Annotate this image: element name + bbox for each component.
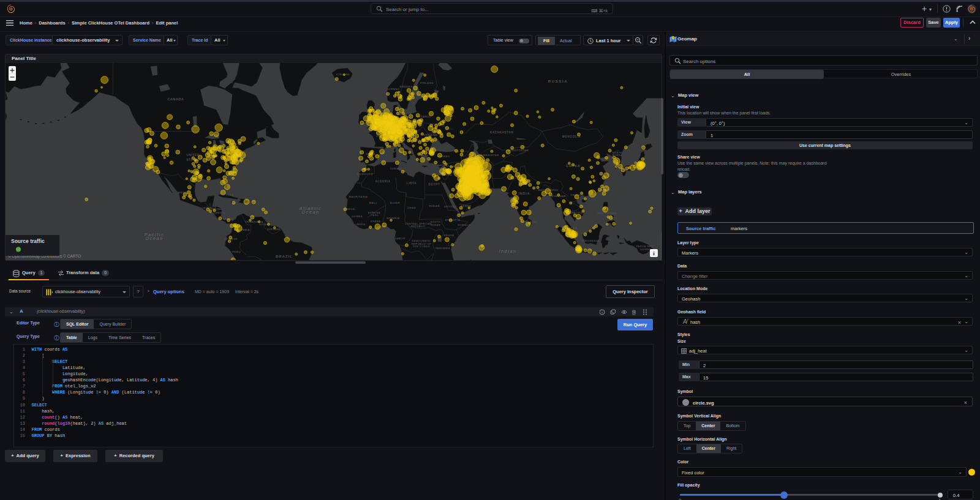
svg-text:MAURITANIA: MAURITANIA — [349, 195, 368, 198]
svg-text:MOROCCO: MOROCCO — [357, 173, 374, 176]
svg-text:EGYPT: EGYPT — [429, 183, 440, 186]
svg-text:ETHIOPIA: ETHIOPIA — [445, 218, 461, 222]
svg-text:CANADA: CANADA — [168, 97, 184, 101]
svg-text:LIBYA: LIBYA — [407, 182, 417, 185]
svg-text:GHANA: GHANA — [371, 220, 380, 223]
svg-text:INDONESIA: INDONESIA — [582, 239, 600, 242]
svg-text:KENYA: KENYA — [443, 234, 454, 237]
svg-text:NIGERIA: NIGERIA — [386, 217, 399, 220]
svg-text:TUNISIA: TUNISIA — [390, 167, 401, 170]
svg-text:BRAZIL: BRAZIL — [276, 255, 293, 258]
svg-text:Ocean: Ocean — [301, 209, 319, 215]
svg-text:GUINEA: GUINEA — [640, 248, 652, 251]
svg-text:PHILIPPINES: PHILIPPINES — [597, 212, 617, 215]
svg-text:SUDAN: SUDAN — [429, 204, 440, 207]
svg-text:LIBERIA: LIBERIA — [355, 223, 365, 226]
svg-text:SOUTH: SOUTH — [431, 221, 440, 223]
svg-text:INDIA: INDIA — [519, 192, 530, 195]
svg-text:THE CONGO: THE CONGO — [413, 245, 430, 248]
svg-text:GABON: GABON — [395, 237, 405, 240]
svg-text:MALI: MALI — [369, 201, 377, 204]
svg-text:FINLAND: FINLAND — [420, 81, 434, 84]
svg-text:Ocean: Ocean — [145, 236, 163, 241]
svg-text:Indian: Indian — [499, 248, 516, 254]
svg-text:REPUBLIC: REPUBLIC — [411, 225, 425, 228]
svg-text:CHAD: CHAD — [407, 206, 417, 209]
svg-text:GUINEA: GUINEA — [352, 215, 363, 218]
svg-text:NIGER: NIGER — [390, 201, 401, 204]
svg-text:SUDAN: SUDAN — [431, 224, 440, 226]
svg-text:TANZANIA: TANZANIA — [435, 247, 450, 250]
svg-text:FASO: FASO — [371, 214, 379, 217]
svg-text:RUSSIA: RUSSIA — [548, 79, 568, 83]
svg-text:CUBA: CUBA — [226, 194, 234, 196]
svg-text:NORWAY: NORWAY — [386, 88, 399, 91]
svg-text:SOMALIA: SOMALIA — [458, 223, 470, 226]
svg-text:UNITED: UNITED — [187, 154, 200, 157]
svg-text:KAZAKHSTAN: KAZAKHSTAN — [490, 131, 514, 134]
svg-text:ERITREA: ERITREA — [444, 206, 456, 208]
svg-text:SWEDEN: SWEDEN — [399, 85, 412, 88]
svg-text:ALGERIA: ALGERIA — [375, 180, 390, 183]
svg-text:PERU: PERU — [232, 250, 241, 253]
svg-text:Source traffic: Source traffic — [11, 238, 45, 244]
svg-text:NICARAGUA: NICARAGUA — [209, 212, 225, 214]
svg-text:KYRGYZSTAN: KYRGYZSTAN — [508, 149, 529, 152]
